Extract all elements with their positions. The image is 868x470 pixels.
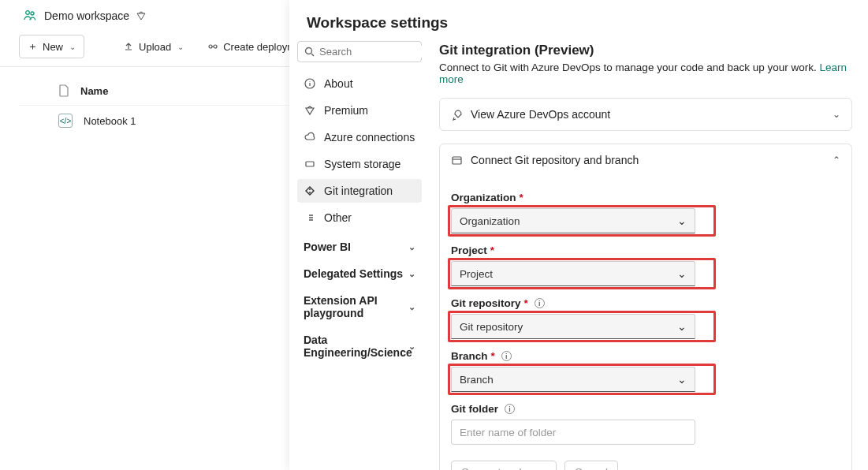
repo-icon [451,155,463,166]
field-label: Git repository [451,297,521,309]
chevron-down-icon: ⌄ [69,43,76,51]
nav-git-integration[interactable]: Git integration [297,179,422,203]
settings-search[interactable] [297,41,422,62]
folder-field: Git folderi [451,403,840,445]
premium-diamond-icon [136,10,147,21]
select-value: Branch [460,374,494,386]
nav-system-storage[interactable]: System storage [297,152,422,176]
svg-point-3 [214,45,217,48]
chevron-down-icon: ⌄ [408,269,415,279]
info-icon[interactable]: i [501,351,512,361]
chevron-down-icon: ⌄ [677,373,687,386]
card-title: View Azure DevOps account [471,108,825,121]
info-icon [304,78,316,89]
chevron-down-icon: ⌄ [677,267,687,280]
project-select[interactable]: Project ⌄ [451,261,695,286]
chevron-down-icon: ⌄ [408,302,415,312]
svg-point-1 [31,12,34,15]
storage-icon [304,159,316,170]
new-button-label: New [43,41,63,53]
nav-label: Azure connections [324,131,415,144]
connect-repo-card: Connect Git repository and branch ⌃ Orga… [439,144,852,470]
chevron-down-icon: ⌄ [677,320,687,333]
svg-rect-6 [306,162,314,166]
nav-label: Other [324,211,352,224]
git-integration-title: Git integration (Preview) [439,43,852,58]
plus-icon: ＋ [28,39,38,54]
upload-button[interactable]: Upload ⌄ [114,36,192,58]
cancel-button[interactable]: Cancel [564,461,618,470]
branch-select[interactable]: Branch ⌄ [451,367,695,392]
nav-label: About [324,77,353,90]
required-icon: * [491,350,495,362]
nav-about[interactable]: About [297,72,422,95]
file-type-icon [58,84,69,97]
organization-select[interactable]: Organization ⌄ [451,208,695,233]
cloud-icon [304,132,316,143]
repo-field: Git repository*i Git repository ⌄ [451,297,840,339]
notebook-icon: </> [58,114,73,128]
git-folder-input[interactable] [451,420,695,445]
select-value: Git repository [460,321,523,333]
nav-label: Premium [324,104,368,117]
people-icon [22,8,38,24]
list-icon [304,212,316,223]
organization-field: Organization* Organization ⌄ [451,192,840,233]
panel-title: Workspace settings [289,0,868,41]
svg-point-7 [309,188,311,190]
new-button[interactable]: ＋ New ⌄ [19,35,84,58]
upload-icon [123,41,134,52]
nav-section-powerbi[interactable]: Power BI ⌄ [297,233,422,256]
connect-repo-header[interactable]: Connect Git repository and branch ⌃ [440,144,851,176]
required-icon: * [524,297,528,309]
required-icon: * [490,244,494,256]
chevron-down-icon: ⌄ [408,341,415,352]
select-value: Organization [460,215,520,227]
info-icon[interactable]: i [535,298,545,308]
nav-premium[interactable]: Premium [297,99,422,122]
connect-and-sync-button[interactable]: Connect and sync [451,461,557,470]
nav-azure-connections[interactable]: Azure connections [297,125,422,149]
field-label: Project [451,244,487,256]
repo-select[interactable]: Git repository ⌄ [451,314,695,339]
svg-point-0 [26,11,30,15]
chevron-down-icon: ⌄ [833,109,840,120]
rocket-icon [451,109,463,121]
info-icon[interactable]: i [505,404,515,414]
svg-point-8 [309,192,311,193]
nav-section-label: Extension API playground [304,294,398,319]
nav-section-label: Power BI [304,241,351,253]
devops-account-header[interactable]: View Azure DevOps account ⌄ [440,99,851,130]
workspace-name: Demo workspace [44,9,129,22]
git-integration-subtitle: Connect to Git with Azure DevOps to mana… [439,62,852,85]
svg-point-2 [209,45,212,48]
nav-section-ext-api[interactable]: Extension API playground ⌄ [297,286,422,323]
settings-nav: About Premium Azure connections System s… [289,41,430,470]
nav-section-data-eng[interactable]: Data Engineering/Science ⌄ [297,326,422,362]
diamond-icon [304,105,316,116]
nav-label: System storage [324,158,400,170]
field-label: Git folder [451,403,498,415]
nav-section-label: Delegated Settings [304,267,403,280]
chevron-down-icon: ⌄ [677,214,687,227]
chevron-down-icon: ⌄ [408,242,415,252]
search-icon [304,47,315,57]
row-name: Notebook 1 [84,115,136,127]
chevron-down-icon: ⌄ [177,43,184,51]
devops-account-card: View Azure DevOps account ⌄ [439,98,852,131]
nav-section-delegated[interactable]: Delegated Settings ⌄ [297,259,422,283]
project-field: Project* Project ⌄ [451,244,840,286]
workspace-settings-panel: Workspace settings About Premium Azure c… [289,0,868,470]
branch-field: Branch*i Branch ⌄ [451,350,840,392]
git-icon [304,185,316,196]
field-label: Branch [451,350,488,362]
settings-main: Git integration (Preview) Connect to Git… [430,41,868,470]
column-header-name[interactable]: Name [80,85,108,97]
svg-point-4 [306,48,312,54]
svg-rect-9 [453,157,461,164]
chevron-up-icon: ⌃ [833,155,840,166]
nav-label: Git integration [324,185,393,197]
nav-other[interactable]: Other [297,206,422,229]
nav-section-label: Data Engineering/Science [304,334,398,359]
subtitle-text: Connect to Git with Azure DevOps to mana… [439,62,820,73]
